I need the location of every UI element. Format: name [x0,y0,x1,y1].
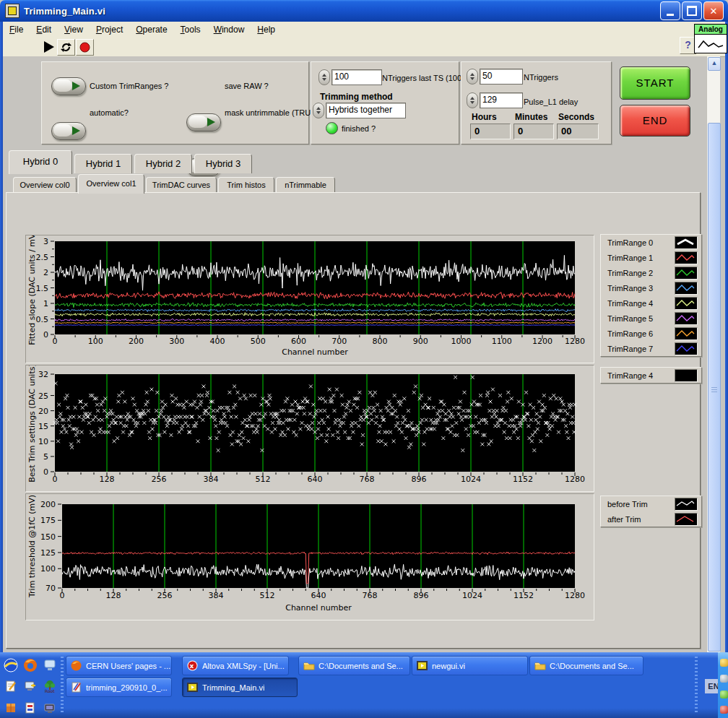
tab-hybrid-1[interactable]: Hybrid 1 [74,154,132,173]
tray-icon[interactable] [720,659,728,667]
legend-item[interactable]: TrimRange 5 [601,311,701,326]
svg-text:Best Trim settings (DAC units): Best Trim settings (DAC units) [27,366,37,483]
custom-trimranges-toggle[interactable] [51,77,86,95]
legend-item[interactable]: before Trim [601,496,701,511]
svg-text:3: 3 [43,237,48,246]
ntriggers-lastts-field[interactable]: 100 [332,69,382,85]
analog-window-title: Analog [694,24,727,35]
taskbar-button-cern[interactable]: CERN Users' pages - ... [66,656,172,675]
svg-text:0: 0 [53,337,58,346]
legend-item[interactable]: TrimRange 6 [601,326,701,341]
trimming-panel: 100 NTriggers last TS (100) Trimming met… [311,61,459,144]
svg-text:0.5: 0.5 [36,315,49,324]
svg-text:1: 1 [43,299,48,308]
tray-icon[interactable] [720,675,728,683]
automatic-toggle[interactable] [51,122,86,140]
pulse-delay-field[interactable]: 129 [480,92,523,108]
legend-item[interactable]: TrimRange 2 [601,265,701,280]
trim-threshold-plot: 0128256384512640768896102411521280701001… [26,494,592,618]
vertical-scrollbar[interactable]: ▲ [706,56,720,652]
legend-item[interactable]: TrimRange 0 [601,235,701,250]
tab-trim-histos[interactable]: Trim histos [218,177,274,193]
mask-untrimmable-label: mask untrimmable (TRUE) [225,108,318,117]
titlebar: Trimming_Main.vi ✕ [0,0,728,22]
notepad-icon[interactable] [3,678,19,694]
tray-icon[interactable] [720,706,728,714]
best-trim-chart: 0128256384512640768896102411521280051015… [25,365,594,492]
trimming-method-spinner[interactable] [313,103,324,118]
globe-icon[interactable] [3,657,19,673]
minimize-button[interactable] [660,1,680,20]
legend-item[interactable]: TrimRange 7 [601,341,701,356]
taskbar-button-trimming-main[interactable]: Trimming_Main.vi [182,678,298,697]
tab-overview-col1[interactable]: Overview col1 [78,174,144,194]
menu-project[interactable]: Project [90,23,129,36]
legend-item[interactable]: TrimRange 1 [601,250,701,265]
tab-hybrid-0[interactable]: Hybrid 0 [9,150,72,174]
trimming-method-dropdown[interactable]: Hybrids together [326,103,406,118]
taskbar-button-xmlspy[interactable]: x Altova XMLSpy - [Uni... [182,656,289,675]
svg-text:512: 512 [260,591,275,600]
end-button[interactable]: END [620,105,690,137]
computer-icon[interactable] [42,700,58,716]
svg-text:10: 10 [38,437,48,446]
svg-text:175: 175 [40,516,56,525]
legend-item[interactable]: TrimRange 4 [601,295,701,311]
tab-ntrimmable[interactable]: nTrimmable [276,177,335,193]
svg-text:800: 800 [373,337,388,346]
abort-icon[interactable] [76,39,94,56]
tab-hybrid-2[interactable]: Hybrid 2 [134,154,192,173]
svg-text:0: 0 [43,330,48,339]
ntriggers-spinner[interactable] [467,69,478,85]
run-icon[interactable] [44,41,54,53]
menu-edit[interactable]: Edit [30,23,58,36]
menu-window[interactable]: Window [207,23,251,36]
save-raw-toggle[interactable] [186,113,221,131]
tab-trimdac-curves[interactable]: TrimDAC curves [146,177,217,193]
ntriggers-field[interactable]: 50 [480,69,523,85]
menu-file[interactable]: File [3,23,30,36]
close-button[interactable]: ✕ [703,1,724,20]
pulse-delay-label: Pulse_L1 delay [524,98,578,106]
menu-operate[interactable]: Operate [129,23,173,36]
tab-hybrid-3[interactable]: Hybrid 3 [194,154,252,173]
ntriggers-lastts-label: NTriggers last TS (100) [382,74,464,82]
firefox-icon[interactable] [22,657,38,673]
taskbar-button-trimming-file[interactable]: trimming_290910_0_... [66,678,172,697]
minutes-display: 0 [514,124,554,139]
analog-window-fragment[interactable]: Analog [694,24,727,54]
menubar: File Edit View Project Operate Tools Win… [3,22,725,38]
scroll-up-arrow[interactable]: ▲ [708,57,721,71]
menu-tools[interactable]: Tools [174,23,207,36]
labview-vi-icon [5,4,20,18]
svg-text:Root: Root [45,688,55,693]
legend-item[interactable]: TrimRange 3 [601,280,701,295]
menu-help[interactable]: Help [251,23,282,36]
start-button[interactable]: START [620,66,690,100]
root-icon[interactable]: Root [42,678,58,694]
tab-overview-col0[interactable]: Overview col0 [13,177,77,193]
taskbar-button-explorer-2[interactable]: C:\Documents and Se... [529,656,644,675]
remote-desktop-icon[interactable] [22,678,38,694]
display-icon[interactable] [42,657,58,673]
system-tray [718,652,728,718]
menu-view[interactable]: View [58,23,90,36]
taskbar: Root CERN Users' pages - ... x Altova XM… [0,652,728,718]
ntriggers-lastts-spinner[interactable] [318,69,330,85]
svg-text:384: 384 [204,475,219,484]
tray-icon[interactable] [720,691,728,698]
run-continuous-icon[interactable] [57,39,75,56]
svg-text:1.5: 1.5 [36,284,49,293]
pulse-delay-spinner[interactable] [467,92,478,108]
taskbar-button-newgui[interactable]: newgui.vi [412,656,528,675]
taskbar-button-explorer-1[interactable]: C:\Documents and Se... [298,656,410,675]
svg-text:300: 300 [169,337,184,346]
package-icon[interactable] [3,700,19,716]
maximize-button[interactable] [682,1,702,20]
svg-text:Fitted slope (DAC units / mV): Fitted slope (DAC units / mV) [27,235,37,345]
svg-text:100: 100 [88,337,103,346]
legend-item[interactable]: after Trim [601,511,701,527]
setup-icon[interactable] [22,700,38,716]
legend-item[interactable]: TrimRange 4 × × × [601,368,701,383]
scrollbar-thumb[interactable] [708,123,721,652]
